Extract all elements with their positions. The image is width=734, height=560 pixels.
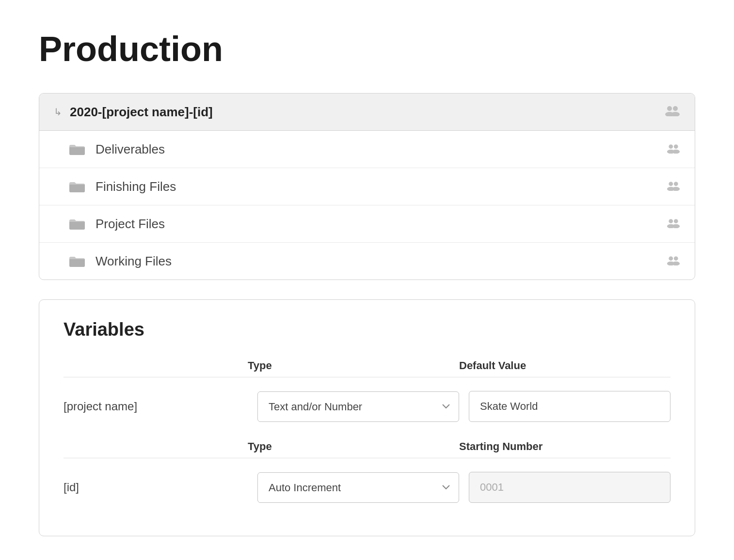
header-empty <box>64 359 248 372</box>
folder-item-left: Deliverables <box>68 142 165 157</box>
folder-item-name: Finishing Files <box>96 179 176 194</box>
type-header: Type <box>248 359 459 372</box>
list-item[interactable]: Finishing Files <box>39 168 695 205</box>
svg-point-5 <box>674 144 678 149</box>
folder-item-left: Finishing Files <box>68 179 176 194</box>
folder-icon <box>68 217 86 231</box>
people-icon-deliverables <box>667 141 680 157</box>
arrow-icon: ↳ <box>54 106 62 118</box>
variable-type-select-project[interactable]: Text and/or Number Auto Increment <box>257 391 459 422</box>
svg-point-4 <box>669 144 673 149</box>
variables-header-row1: Type Default Value <box>64 359 670 377</box>
list-item[interactable]: Working Files <box>39 243 695 280</box>
folder-item-name: Project Files <box>96 217 165 232</box>
variable-default-value-input[interactable] <box>469 391 670 422</box>
svg-point-11 <box>672 187 680 191</box>
starting-number-header: Starting Number <box>459 440 670 453</box>
svg-point-1 <box>673 106 678 111</box>
folder-structure-card: ↳ 2020-[project name]-[id] Deliverab <box>39 93 695 280</box>
type-header-2: Type <box>248 440 459 453</box>
folder-item-name: Deliverables <box>96 142 165 157</box>
folder-item-name: Working Files <box>96 254 172 269</box>
svg-point-12 <box>669 219 673 223</box>
variables-title: Variables <box>64 319 670 340</box>
variable-row-project-name: [project name] Text and/or Number Auto I… <box>64 377 670 436</box>
folder-icon <box>68 254 86 268</box>
variable-name-id: [id] <box>64 481 248 494</box>
list-item[interactable]: Project Files <box>39 205 695 243</box>
svg-point-7 <box>672 150 680 154</box>
variable-name-project: [project name] <box>64 400 248 413</box>
svg-point-13 <box>674 219 678 223</box>
folder-icon <box>68 180 86 193</box>
variable-row-id: [id] Text and/or Number Auto Increment <box>64 458 670 516</box>
svg-point-16 <box>669 256 673 261</box>
page-title: Production <box>39 29 695 69</box>
people-icon-working <box>667 253 680 269</box>
footer-buttons: Delete Template Save Template <box>39 556 695 560</box>
default-value-header: Default Value <box>459 359 670 372</box>
svg-point-0 <box>667 106 672 111</box>
people-icon-project <box>667 216 680 232</box>
folder-items-list: Deliverables Finishing Fi <box>39 131 695 280</box>
variables-header-row2: Type Starting Number <box>64 440 670 458</box>
folder-root-row[interactable]: ↳ 2020-[project name]-[id] <box>39 93 695 131</box>
svg-point-8 <box>669 182 673 186</box>
svg-point-15 <box>672 224 680 228</box>
svg-point-19 <box>672 262 680 265</box>
folder-icon <box>68 142 86 156</box>
svg-point-17 <box>674 256 678 261</box>
variables-card: Variables Type Default Value [project na… <box>39 299 695 536</box>
variable-starting-number-input[interactable] <box>469 472 670 503</box>
header-empty <box>64 440 248 453</box>
variable-type-select-id[interactable]: Text and/or Number Auto Increment <box>257 472 459 503</box>
list-item[interactable]: Deliverables <box>39 131 695 168</box>
svg-point-9 <box>674 182 678 186</box>
folder-item-left: Working Files <box>68 254 172 269</box>
people-icon-finishing <box>667 179 680 194</box>
folder-root-left: ↳ 2020-[project name]-[id] <box>54 105 213 120</box>
people-icon-root <box>665 104 680 120</box>
folder-root-name: 2020-[project name]-[id] <box>70 105 213 120</box>
folder-item-left: Project Files <box>68 217 165 232</box>
